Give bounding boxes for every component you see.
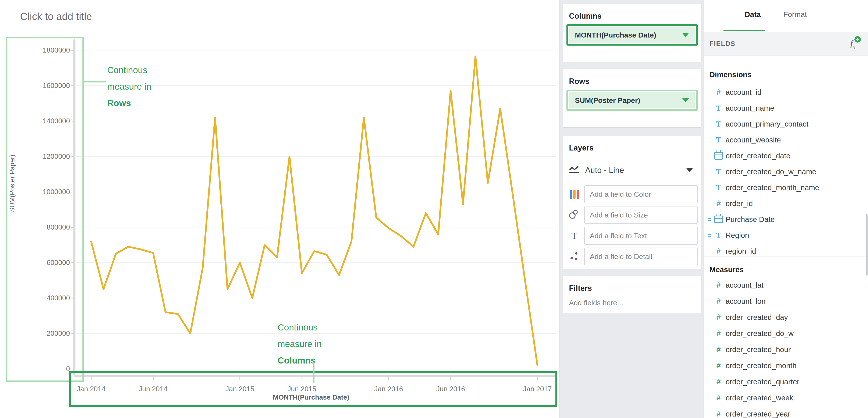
layers-title: Layers bbox=[569, 144, 701, 152]
drop-zone-placeholder: Add a field to Color bbox=[590, 190, 651, 199]
field-label: account_lat bbox=[725, 281, 764, 289]
layers-card: Layers Auto - Line Add a field to Color … bbox=[563, 136, 702, 269]
drop-zone-placeholder: Add a field to Size bbox=[590, 211, 648, 219]
field-list-item[interactable]: T account_name bbox=[704, 100, 868, 116]
field-list-item[interactable]: T account_primary_contact bbox=[704, 116, 868, 132]
layer-field-drop-zone[interactable]: Add a field to Color bbox=[584, 185, 698, 203]
chart-title-placeholder[interactable]: Click to add title bbox=[20, 10, 92, 22]
calculated-field-icon: = bbox=[704, 215, 712, 223]
field-label: account_website bbox=[725, 136, 781, 144]
text-icon: T bbox=[568, 231, 581, 241]
columns-pill-label: MONTH(Purchase Date) bbox=[575, 31, 682, 39]
field-label: account_primary_contact bbox=[725, 120, 808, 128]
number-field-icon: # bbox=[712, 377, 725, 386]
field-list-item[interactable]: # account_lon bbox=[704, 293, 868, 309]
columns-annotation-connector bbox=[313, 362, 314, 383]
rows-annotation-connector bbox=[84, 81, 106, 83]
layer-field-drop-zone[interactable]: Add a field to Size bbox=[584, 206, 698, 224]
chevron-down-icon[interactable] bbox=[686, 168, 693, 172]
filters-drop-zone[interactable]: Add fields here... bbox=[569, 299, 701, 307]
fields-header-bar: FIELDS fx+ bbox=[704, 32, 868, 56]
mark-type-label: Auto - Line bbox=[585, 166, 686, 175]
layer-target-row: Add a field to Size bbox=[568, 206, 698, 224]
field-label: account_lon bbox=[725, 297, 766, 305]
mark-type-dropdown[interactable]: Auto - Line bbox=[569, 162, 696, 179]
field-list-item[interactable]: # account_lat bbox=[704, 277, 868, 293]
number-field-icon: # bbox=[712, 199, 725, 208]
columns-annotation-text: Continous measure in Columns bbox=[278, 319, 322, 369]
field-list-item[interactable]: T account_website bbox=[704, 132, 868, 148]
rows-annotation-text: Continous measure in Rows bbox=[107, 62, 151, 112]
add-calculated-field-icon[interactable]: fx+ bbox=[850, 38, 855, 50]
field-list-item[interactable]: # order_created_year bbox=[704, 406, 868, 418]
field-label: order_id bbox=[725, 199, 753, 208]
tab-format[interactable]: Format bbox=[774, 10, 816, 19]
field-label: order_created_day bbox=[725, 313, 788, 322]
gridline bbox=[76, 191, 556, 192]
gridline bbox=[76, 227, 556, 228]
number-field-icon: # bbox=[712, 393, 725, 402]
drop-zone-placeholder: Add a field to Detail bbox=[590, 252, 652, 261]
active-tab-indicator bbox=[723, 30, 765, 31]
layer-target-row: Add a field to Detail bbox=[568, 247, 698, 266]
measures-header: Measures bbox=[710, 265, 744, 274]
field-list-item[interactable]: # order_created_hour bbox=[704, 342, 868, 357]
visualization-builder-app: Click to add title SUM(Poster Paper) 020… bbox=[0, 0, 868, 418]
field-list-item[interactable]: # order_created_week bbox=[704, 390, 868, 406]
columns-field-pill[interactable]: MONTH(Purchase Date) bbox=[566, 24, 698, 46]
field-label: order_created_month bbox=[725, 361, 797, 370]
shelf-panel: Columns MONTH(Purchase Date) Rows SUM(Po… bbox=[559, 0, 704, 418]
number-field-icon: # bbox=[712, 361, 725, 370]
size-icon bbox=[568, 210, 581, 220]
field-list-item[interactable]: T order_created_month_name bbox=[704, 180, 868, 196]
calculated-field-icon: = bbox=[704, 231, 712, 240]
layer-target-row: Add a field to Color bbox=[568, 185, 698, 203]
drop-zone-placeholder: Add a field to Text bbox=[590, 232, 647, 240]
number-field-icon: # bbox=[712, 247, 725, 256]
field-list-item[interactable]: # order_created_quarter bbox=[704, 374, 868, 390]
fields-header-label: FIELDS bbox=[710, 40, 850, 48]
field-label: region_id bbox=[725, 247, 756, 256]
field-list-item[interactable]: = Purchase Date bbox=[704, 212, 868, 227]
field-list-item[interactable]: # order_id bbox=[704, 196, 868, 211]
text-field-icon: T bbox=[712, 136, 725, 144]
field-label: order_created_do_w_name bbox=[725, 168, 816, 176]
field-list-item[interactable]: order_created_date bbox=[704, 148, 868, 163]
text-field-icon: T bbox=[712, 120, 725, 128]
field-list-item[interactable]: # order_created_do_w bbox=[704, 326, 868, 341]
columns-shelf-title: Columns bbox=[569, 12, 701, 21]
columns-shelf-card: Columns MONTH(Purchase Date) bbox=[563, 4, 702, 62]
field-list-item[interactable]: # order_created_month bbox=[704, 358, 868, 374]
layer-field-drop-zone[interactable]: Add a field to Text bbox=[584, 227, 698, 245]
chevron-down-icon[interactable] bbox=[682, 33, 689, 37]
dimensions-header: Dimensions bbox=[710, 70, 751, 79]
field-list-item[interactable]: T order_created_do_w_name bbox=[704, 164, 868, 180]
number-field-icon: # bbox=[712, 297, 725, 306]
field-label: order_created_hour bbox=[725, 345, 790, 354]
rows-field-pill[interactable]: SUM(Poster Paper) bbox=[566, 90, 698, 111]
number-field-icon: # bbox=[712, 88, 725, 97]
field-list-item[interactable]: = T Region bbox=[704, 228, 868, 243]
rows-axis-highlight-box bbox=[6, 37, 84, 382]
field-label: Region bbox=[725, 231, 749, 240]
field-list-item[interactable]: # region_id bbox=[704, 243, 868, 259]
rows-shelf-title: Rows bbox=[569, 77, 701, 86]
number-field-icon: # bbox=[712, 329, 725, 338]
tab-data[interactable]: Data bbox=[734, 10, 772, 19]
field-list-item[interactable]: # account_id bbox=[704, 84, 868, 100]
field-label: Purchase Date bbox=[725, 215, 775, 223]
field-list-item[interactable]: # order_created_day bbox=[704, 309, 868, 325]
number-field-icon: # bbox=[712, 410, 725, 418]
fields-scrollbar[interactable] bbox=[866, 214, 868, 275]
field-label: order_created_do_w bbox=[725, 329, 794, 338]
divider bbox=[563, 159, 701, 159]
chevron-down-icon[interactable] bbox=[682, 98, 689, 102]
number-field-icon: # bbox=[712, 281, 725, 290]
rows-pill-label: SUM(Poster Paper) bbox=[575, 96, 682, 104]
text-field-icon: T bbox=[712, 183, 725, 192]
layer-field-drop-zone[interactable]: Add a field to Detail bbox=[584, 247, 698, 265]
divider bbox=[563, 180, 701, 180]
field-label: order_created_year bbox=[725, 410, 790, 418]
divider bbox=[704, 256, 868, 257]
gridline bbox=[76, 262, 556, 263]
